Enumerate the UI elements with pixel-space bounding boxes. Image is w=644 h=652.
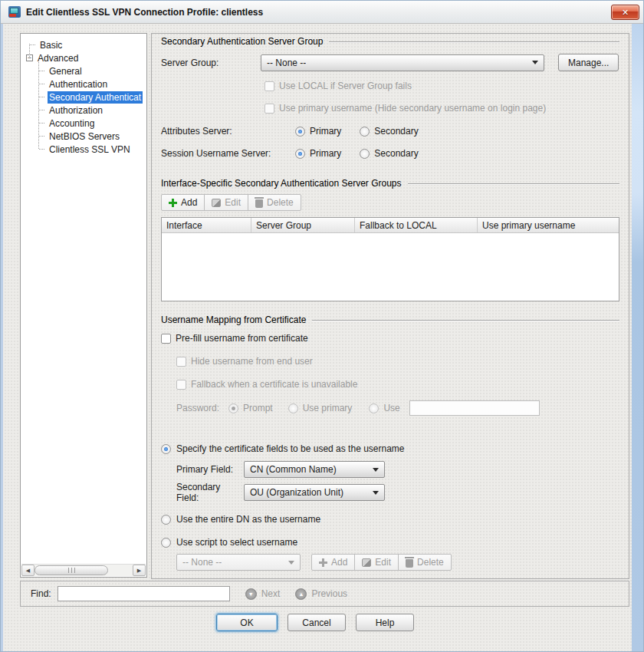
- add-icon: [319, 558, 327, 567]
- column-header-use-primary[interactable]: Use primary username: [478, 218, 619, 232]
- attributes-primary-radio[interactable]: [295, 127, 305, 137]
- group-divider: [329, 41, 619, 43]
- add-icon: [169, 199, 177, 207]
- group-title: Username Mapping from Certificate: [161, 314, 306, 325]
- prefill-checkbox[interactable]: [161, 334, 171, 344]
- app-icon: [8, 6, 21, 18]
- close-button[interactable]: ✕: [611, 5, 639, 20]
- scroll-left-icon[interactable]: ◀: [21, 565, 34, 576]
- dialog-body: Basic − Advanced General Authentication …: [1, 24, 643, 651]
- interface-specific-group-header: Interface-Specific Secondary Authenticat…: [161, 177, 619, 189]
- tree-item-general[interactable]: General: [39, 64, 146, 77]
- attributes-primary-label: Primary: [310, 126, 341, 137]
- table-body-empty[interactable]: [162, 233, 619, 301]
- use-primary-username-checkbox[interactable]: [264, 104, 274, 114]
- session-primary-label: Primary: [310, 148, 341, 159]
- edit-icon: [212, 199, 221, 207]
- use-script-radio[interactable]: [161, 538, 171, 548]
- password-use-primary-radio[interactable]: [288, 403, 298, 413]
- hide-username-row: Hide username from end user: [176, 356, 619, 367]
- hide-username-checkbox[interactable]: [176, 357, 186, 367]
- ok-button[interactable]: OK: [216, 614, 278, 631]
- session-username-label: Session Username Server:: [161, 148, 295, 159]
- username-mapping-group-header: Username Mapping from Certificate: [161, 314, 619, 326]
- tree-item-advanced[interactable]: − Advanced: [26, 51, 146, 64]
- session-secondary-radio[interactable]: [360, 149, 370, 159]
- group-divider: [408, 183, 620, 185]
- find-label: Find:: [31, 588, 51, 599]
- cancel-button[interactable]: Cancel: [288, 614, 346, 631]
- column-header-fallback[interactable]: Fallback to LOCAL: [355, 218, 478, 232]
- use-local-label: Use LOCAL if Server Group fails: [279, 81, 412, 91]
- scrollbar-thumb[interactable]: [34, 565, 108, 575]
- server-group-label: Server Group:: [161, 58, 261, 68]
- edit-button[interactable]: Edit: [204, 194, 248, 211]
- password-use-input[interactable]: [409, 400, 540, 416]
- tree-horizontal-scrollbar[interactable]: ◀ ▶: [21, 564, 146, 576]
- primary-field-row: Primary Field: CN (Common Name): [176, 461, 619, 478]
- dialog-window: Edit Clientless SSL VPN Connection Profi…: [0, 0, 644, 652]
- collapse-icon[interactable]: −: [26, 54, 33, 61]
- find-input[interactable]: [58, 586, 230, 601]
- tree-item-secondary-authentication[interactable]: Secondary Authenticat: [39, 91, 146, 104]
- entire-dn-radio[interactable]: [161, 515, 171, 525]
- use-primary-username-row: Use primary username (Hide secondary use…: [264, 103, 619, 114]
- entire-dn-label: Use the entire DN as the username: [176, 514, 320, 525]
- secondary-field-dropdown[interactable]: OU (Organization Unit): [244, 484, 385, 501]
- tree-item-clientless-ssl-vpn[interactable]: Clientless SSL VPN: [39, 143, 146, 156]
- specify-fields-radio[interactable]: [161, 444, 171, 454]
- tree-item-netbios-servers[interactable]: NetBIOS Servers: [39, 130, 146, 143]
- group-title: Secondary Authentication Server Group: [161, 36, 323, 47]
- use-script-label: Use script to select username: [176, 537, 297, 548]
- chevron-down-icon: [373, 468, 379, 475]
- use-local-row: Use LOCAL if Server Group fails: [264, 81, 619, 91]
- delete-button[interactable]: Delete: [248, 194, 301, 211]
- find-bar: Find: ▼ Next ▲ Previous: [20, 581, 629, 607]
- session-secondary-label: Secondary: [374, 148, 418, 159]
- help-button[interactable]: Help: [356, 614, 414, 631]
- navigation-tree-panel: Basic − Advanced General Authentication …: [20, 33, 147, 578]
- session-username-row: Session Username Server: Primary Seconda…: [161, 148, 619, 159]
- password-prompt-label: Prompt: [243, 403, 273, 413]
- column-header-server-group[interactable]: Server Group: [251, 218, 355, 232]
- primary-field-dropdown[interactable]: CN (Common Name): [244, 461, 385, 478]
- tree-item-authentication[interactable]: Authentication: [39, 77, 146, 91]
- script-edit-button[interactable]: Edit: [354, 554, 399, 571]
- script-delete-button[interactable]: Delete: [398, 554, 452, 571]
- entire-dn-row: Use the entire DN as the username: [161, 514, 619, 525]
- tree-item-accounting[interactable]: Accounting: [39, 117, 146, 130]
- add-button[interactable]: Add: [161, 194, 205, 211]
- secondary-field-row: Secondary Field: OU (Organization Unit): [176, 482, 619, 503]
- fallback-cert-checkbox[interactable]: [176, 380, 186, 390]
- tree-item-basic[interactable]: Basic: [26, 38, 146, 51]
- window-edge-left: [1, 24, 3, 651]
- session-primary-radio[interactable]: [295, 149, 305, 159]
- specify-fields-label: Specify the certificate fields to be use…: [176, 443, 405, 454]
- hide-username-label: Hide username from end user: [191, 356, 313, 367]
- manage-button[interactable]: Manage...: [558, 54, 619, 71]
- use-local-checkbox[interactable]: [264, 81, 274, 91]
- server-group-dropdown[interactable]: -- None --: [261, 54, 544, 71]
- attributes-server-label: Attributes Server:: [161, 126, 295, 137]
- prefill-row: Pre-fill username from certificate: [161, 333, 619, 344]
- find-previous-button[interactable]: ▲ Previous: [295, 588, 347, 600]
- password-row: Password: Prompt Use primary Use: [176, 400, 619, 416]
- script-add-button[interactable]: Add: [311, 554, 355, 571]
- attributes-secondary-radio[interactable]: [360, 127, 370, 137]
- tree-item-authorization[interactable]: Authorization: [39, 104, 146, 117]
- server-group-row: Server Group: -- None -- Manage...: [161, 54, 619, 71]
- use-script-row: Use script to select username: [161, 537, 619, 548]
- script-dropdown[interactable]: -- None --: [176, 554, 301, 571]
- find-next-button[interactable]: ▼ Next: [245, 588, 281, 600]
- scroll-right-icon[interactable]: ▶: [133, 565, 146, 576]
- window-edge-right: [632, 24, 643, 651]
- password-use-label: Use: [383, 403, 399, 413]
- window-title: Edit Clientless SSL VPN Connection Profi…: [26, 7, 263, 18]
- column-header-interface[interactable]: Interface: [162, 218, 251, 232]
- trash-icon: [406, 559, 413, 568]
- password-use-radio[interactable]: [369, 403, 379, 413]
- scrollbar-track[interactable]: [34, 565, 133, 576]
- chevron-down-icon: [288, 561, 294, 568]
- navigation-tree: Basic − Advanced General Authentication …: [21, 34, 146, 156]
- password-prompt-radio[interactable]: [228, 403, 238, 413]
